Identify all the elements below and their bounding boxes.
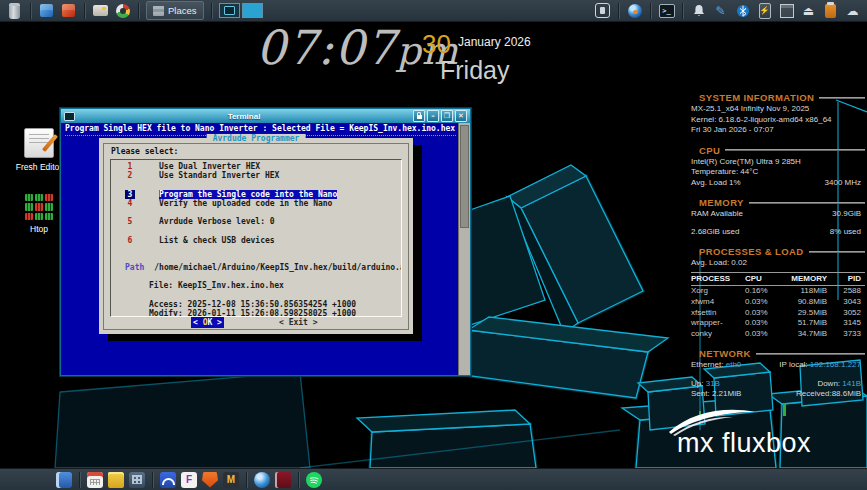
svg-text:mx fluxbox: mx fluxbox [677,428,811,458]
window-indicator-icon [224,6,235,15]
cpu-frequency: 3400 MHz [825,178,861,189]
system-info-title: SYSTEM INFORMATION [699,92,814,103]
process-row: xfwm40.03%90.8MiB3043 [691,297,865,308]
shade-button[interactable] [413,110,425,122]
web-browser-icon[interactable] [254,472,270,488]
workspace-2[interactable] [242,3,263,18]
gmail-icon[interactable]: M [223,472,239,488]
conky-monitor: SYSTEM INFORMATION MX-25.1_x64 Infinity … [691,92,865,425]
cloud-icon[interactable]: ☁ [844,2,861,19]
cpu-temperature: Temperature: 44°C [691,167,865,178]
desktop: Places >_ ✎ ⚡ ⏏ ☁ 07:07pm 30 January 202… [0,0,867,490]
separator [650,3,651,19]
ram-used: 2.68GiB used [691,227,739,238]
top-taskbar: Places >_ ✎ ⚡ ⏏ ☁ [0,0,867,22]
separator [298,472,299,488]
clock-month-year: January 2026 [458,35,531,49]
conky-memory-section: MEMORY RAM Available30.9GiB 2.68GiB used… [691,197,865,237]
blue-cube-icon[interactable] [38,2,55,19]
separator [138,3,139,19]
cpu-title: CPU [699,145,720,156]
access-line: Access: 2025-12-08 15:36:50.856354254 +1… [149,300,401,309]
close-button[interactable]: ✕ [455,110,467,122]
menu-item-1[interactable]: 1Use Dual Inverter HEX [111,162,401,171]
notes-icon[interactable] [56,472,72,488]
processes-title: PROCESSES & LOAD [699,246,804,257]
kernel-version: Kernel: 6.18.6-2-liquorix-amd64 x86_64 [691,115,865,126]
brave-icon[interactable] [202,472,218,488]
cpu-load: Avg. Load 1% [691,178,741,189]
menu-item-4[interactable]: 4Verify the uploaded code in the Nano [111,199,401,208]
process-table: PROCESS CPU MEMORY PID Xorg0.16%118MiB25… [691,272,865,339]
menu-item-2[interactable]: 2Use Standard Inverter HEX [111,171,401,180]
bell-icon[interactable] [690,2,707,19]
arc-browser-icon[interactable] [160,472,176,488]
window-icon [64,112,75,121]
path-row: Path/home/michael/Arduino/KeepIS_Inv.hex… [111,263,401,272]
conky-system-section: SYSTEM INFORMATION MX-25.1_x64 Infinity … [691,92,865,136]
editor-icon [24,128,54,158]
os-version: MX-25.1_x64 Infinity Nov 9, 2025 [691,104,865,115]
dialog-prompt: Please select: [111,147,178,156]
gauge-icon[interactable] [114,2,131,19]
tray-window-icon[interactable] [594,2,611,19]
ok-button[interactable]: < OK > [191,317,224,328]
ethernet-line: Ethernet: eth0 [691,360,741,371]
window-title: Terminal [78,112,410,121]
dialog-menu-list: 1Use Dual Inverter HEX2Use Standard Inve… [110,159,402,317]
conky-network-section: NETWORK Ethernet: eth0 IP local: 192.168… [691,348,865,416]
calendar-icon[interactable] [87,472,103,488]
separator [84,3,85,19]
bottom-taskbar: F M [0,468,867,490]
workspace-1[interactable] [219,3,240,18]
process-row: conky0.03%34.7MiB3733 [691,329,865,340]
terminal-window: Terminal – ❒ ✕ Program Single HEX file t… [60,108,471,376]
terminal-scrollbar[interactable] [458,123,470,375]
ip-line: IP local: 192.168.1.227 [779,360,861,371]
bluetooth-icon[interactable] [734,2,751,19]
battery-icon[interactable]: ⚡ [756,2,773,19]
ram-used-pct: 8% used [830,227,861,238]
menu-item-5[interactable]: 5Avrdude Verbose level: 0 [111,217,401,226]
drive-icon[interactable] [92,2,109,19]
trash-icon[interactable] [6,2,23,19]
pen-icon[interactable]: ✎ [712,2,729,19]
exit-button[interactable]: < Exit > [277,317,320,328]
separator [682,3,683,19]
conky-processes-section: PROCESSES & LOAD Avg. Load: 0.02 PROCESS… [691,246,865,339]
ram-value: 30.9GiB [832,209,861,220]
journal-icon[interactable] [275,472,291,488]
clipboard-icon[interactable] [822,2,839,19]
up-line: Up: 31B [691,379,720,390]
ram-label: RAM Available [691,209,743,220]
places-label: Places [168,5,197,16]
maximize-button[interactable]: ❒ [441,110,453,122]
modify-line: Modify: 2026-01-11 15:26:08.598258025 +1… [149,309,401,317]
globe-orb-icon[interactable] [626,2,643,19]
mx-fluxbox-logo: mx fluxbox [663,408,863,460]
places-button[interactable]: Places [146,1,204,20]
scrollbar-thumb[interactable] [460,125,469,228]
avrdude-dialog: Avrdude Programmer Please select: 1Use D… [99,138,413,334]
spotify-icon[interactable] [306,472,322,488]
conky-cpu-section: CPU Intel(R) Core(TM) Ultra 9 285H Tempe… [691,145,865,189]
red-cube-icon[interactable] [60,2,77,19]
icon-label: Fresh Editor [16,162,62,172]
eject-icon[interactable]: ⏏ [800,2,817,19]
minimize-button[interactable]: – [427,110,439,122]
menu-item-3[interactable]: 3Program the Single code into the Nano [111,190,401,199]
dialog-buttons: < OK > < Exit > [99,317,413,328]
folder-icon[interactable] [108,472,124,488]
down-line: Down: 141B [817,379,861,390]
terminal-tray-icon[interactable]: >_ [658,2,675,19]
system-date: Fri 30 Jan 2026 - 07:07 [691,125,865,136]
separator [79,472,80,488]
menu-item-6[interactable]: 6List & check USB devices [111,236,401,245]
package-box-icon[interactable] [778,2,795,19]
window-titlebar[interactable]: Terminal – ❒ ✕ [61,109,470,123]
flameshot-icon[interactable]: F [181,472,197,488]
process-table-header: PROCESS CPU MEMORY PID [691,273,865,287]
calculator-icon[interactable] [129,472,145,488]
separator [246,472,247,488]
separator [211,3,212,19]
